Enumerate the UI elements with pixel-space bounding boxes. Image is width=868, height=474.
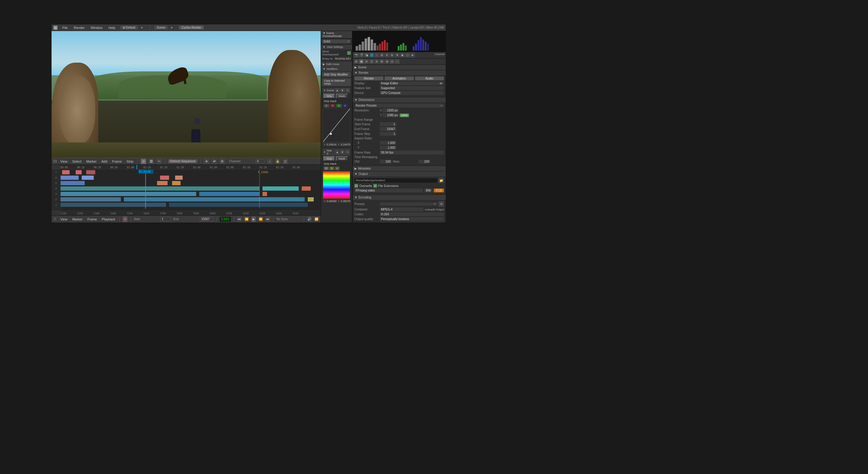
new-val[interactable]: 100 [418,160,430,164]
old-val[interactable]: 100 [380,160,392,164]
end-frame-input[interactable] [200,217,213,221]
bw-btn[interactable]: BW [424,189,433,193]
output-header[interactable]: ▼ Output [352,171,446,176]
viewport[interactable] [52,31,321,158]
seq-sync-btn[interactable]: ⇄ [212,159,217,164]
scene-icon[interactable]: 🎭 [364,53,369,58]
res-y-input[interactable]: 1080 px [382,113,399,117]
curve-delete-btn[interactable]: ✕ [345,88,350,93]
play-btn[interactable]: ▶ [251,216,256,222]
go-start-btn[interactable]: ⏮ [237,216,242,222]
view-settings-header[interactable]: ▼ View Settings [321,44,352,49]
seq-strip[interactable]: Strip [125,160,135,163]
res-x-input[interactable]: 1920 px [382,108,399,112]
menu-render[interactable]: Render [73,26,86,30]
tl-frame[interactable]: Frame [86,217,98,221]
curve-editor[interactable] [323,109,350,142]
metadata-header[interactable]: ▶ Metadata [352,166,446,171]
seq-mode-img[interactable]: 🖼 [149,159,154,164]
channel-input[interactable] [255,159,265,164]
hsv-s-tab[interactable]: S [330,167,334,170]
display-dropdown-right[interactable]: Image Editor ◀▶ [380,81,444,85]
step-fwd-btn[interactable]: ⏩ [258,216,263,222]
ch-g[interactable]: G [336,104,342,107]
seq-frame[interactable]: Frame [111,160,123,163]
enc-autosplit-btn[interactable]: ⊟ [438,201,444,207]
frame-step-val[interactable]: 1 [380,132,396,136]
seq-snap-btn[interactable]: ⊕ [204,159,209,164]
render-section-header[interactable]: ▼ Render [352,70,446,75]
tab-scene[interactable]: Scene [154,26,167,30]
layers-prop-icon[interactable]: ⊠ [379,59,384,64]
modifiers-header[interactable]: ▼ Modifiers [321,67,352,71]
hue-down-btn[interactable]: ▼ [340,150,344,154]
fps-value[interactable]: 59.94 fps [380,150,444,155]
scene-header[interactable]: ▶ Scene [352,65,446,70]
start-frame-val[interactable]: 1 [380,122,396,126]
view-prop-icon[interactable]: ◫ [369,59,374,64]
seq-view[interactable]: View [59,160,69,163]
tl-marker[interactable]: Marker [71,217,84,221]
stamp-prop-icon[interactable]: ⬚ [395,59,400,64]
audio-toggle[interactable]: 🔊 [307,216,312,222]
tl-view[interactable]: View [59,217,69,221]
seq-zoom-btn[interactable]: ⊞ [219,159,225,164]
curve-expand-arrow[interactable]: ▼ [323,89,326,92]
hue-delete-btn[interactable]: ✕ [345,150,350,154]
object-icon[interactable]: ○ [374,53,379,58]
audio-btn[interactable]: Audio [415,76,444,80]
end-frame-val[interactable]: 15067 [380,127,396,131]
record-btn[interactable]: ⏺ [123,216,127,222]
overwrite-check[interactable]: ✓ [354,184,358,188]
tab-close-scene[interactable]: ✕ [168,26,176,30]
display-dropdown[interactable]: Solid ▼ [322,39,351,43]
post-prop-icon[interactable]: ◎ [390,59,395,64]
curve-mask-tab[interactable]: Mask [336,94,348,99]
aspect-x-val[interactable]: 1.000 [380,141,396,145]
seq-overlay-btn[interactable]: ◫ [283,159,288,164]
physics-icon[interactable]: ⊕ [390,53,395,58]
refresh-sequencer-btn[interactable]: Refresh Sequencer [168,159,197,163]
seq-mode-wave[interactable]: 〜 [156,159,162,164]
hsv-h-tab[interactable]: H [324,167,329,170]
res-percent[interactable]: 100% [400,113,409,117]
seq-mode-seq[interactable]: ⊟ [141,159,146,164]
render-icon[interactable]: 🎬 [359,53,364,58]
go-end-btn[interactable]: ⏭ [266,216,270,222]
particles-icon[interactable]: ✦ [384,53,390,58]
material-icon[interactable]: ◉ [400,53,405,58]
copy-selected-btn[interactable]: Copy to Selected Strips [322,78,351,86]
curve-up-btn[interactable]: ▲ [335,88,339,93]
output-browse-btn[interactable]: 📁 [438,178,444,183]
seq-add[interactable]: Add [100,160,108,163]
start-frame-input[interactable] [160,217,171,221]
anim-icon[interactable]: ► [410,53,415,58]
output-path[interactable]: /home/baker/go/renders/ [354,178,437,182]
render-btn[interactable]: Render [354,76,383,80]
hsv-color-strip[interactable] [323,171,350,198]
curve-down-btn[interactable]: ▼ [340,88,344,93]
tl-playback[interactable]: Playback [101,217,117,221]
quality-select[interactable]: Perceptually lossless [380,217,444,221]
proxy-value[interactable]: No proxy, full re... [334,57,351,60]
perf-prop-icon[interactable]: ◈ [384,59,390,64]
constraint-icon[interactable]: ⚙ [379,53,384,58]
current-frame-display[interactable]: 5305 [220,217,231,222]
step-back-btn[interactable]: ⏪ [244,216,249,222]
seq-marker[interactable]: Marker [85,160,98,163]
tab-close-layout[interactable]: ✕ [138,26,146,30]
speed-select[interactable]: Medium speed [380,222,444,223]
menu-file[interactable]: File [61,26,69,30]
data-icon[interactable]: ▼ [395,53,400,58]
loop-toggle[interactable]: 🔁 [314,216,319,222]
render-prop-icon[interactable]: ⊞ [354,59,359,64]
render-engine-tab[interactable]: Cycles Render [179,26,204,30]
seq-audio-btn[interactable]: ♪ [267,159,273,164]
ch-r[interactable]: R [330,104,336,107]
animation-btn[interactable]: Animation [384,76,413,80]
filter-prop-icon[interactable]: ⊛ [374,59,379,64]
output-prop-icon[interactable]: ⊟ [364,59,369,64]
menu-help[interactable]: Help [107,26,117,30]
file-ext-check[interactable]: ✓ [373,184,377,188]
hue-strip-tab[interactable]: Strip [323,156,335,161]
